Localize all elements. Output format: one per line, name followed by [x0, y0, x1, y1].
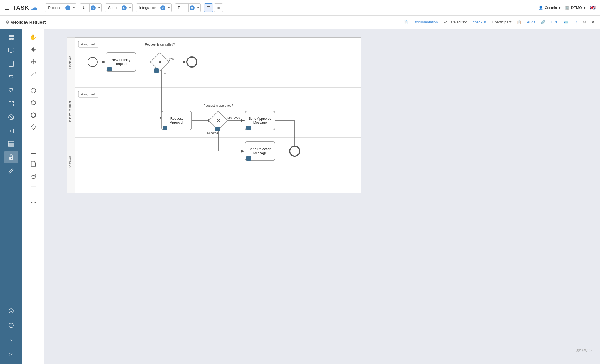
demo-icon: 🏢	[565, 6, 569, 10]
demo-dropdown-arrow[interactable]: ▾	[584, 6, 586, 10]
participants-count: 1 participant	[492, 20, 512, 24]
expand-btn[interactable]	[4, 98, 18, 110]
undo-btn[interactable]	[4, 71, 18, 83]
rejected-label: rejected	[207, 131, 218, 134]
demo-info[interactable]: 🏢 DEMO ▾	[565, 6, 586, 10]
connect-tool[interactable]	[27, 69, 39, 79]
intermediate-event-tool[interactable]	[27, 98, 39, 108]
download-btn[interactable]	[4, 305, 18, 317]
svg-point-41	[31, 113, 36, 118]
user-dropdown-arrow[interactable]: ▾	[559, 6, 561, 10]
user-name: Cosmin	[545, 6, 557, 10]
task-tool[interactable]	[27, 134, 39, 144]
document-btn[interactable]	[4, 58, 18, 70]
start-event[interactable]	[88, 57, 98, 67]
role-pill[interactable]: Role 0 ▾	[175, 3, 201, 12]
flag-icon[interactable]: 🇬🇧	[590, 5, 596, 10]
task-icon-badge[interactable]: ⋮	[107, 67, 112, 71]
subheader: ⚙ #Holiday Request 📄 Documentation You a…	[0, 16, 600, 29]
request-approval-task[interactable]: Request Approval ⋮	[161, 111, 192, 130]
data-store-tool[interactable]	[27, 171, 39, 181]
subheader-title-group: ⚙ #Holiday Request	[6, 20, 46, 25]
svg-marker-42	[31, 125, 36, 130]
script-dropdown-arrow[interactable]: ▾	[128, 4, 132, 12]
annotation-tool[interactable]	[27, 196, 39, 206]
end-event-cancelled[interactable]	[186, 56, 197, 68]
processes-btn[interactable]	[4, 31, 18, 43]
cancel-btn[interactable]	[4, 111, 18, 123]
role-dropdown-arrow[interactable]: ▾	[196, 4, 200, 12]
send-approved-message-task[interactable]: Send Approved Message ⋮	[245, 111, 275, 130]
group-tool[interactable]	[27, 183, 39, 193]
crosshair-tool[interactable]	[27, 44, 39, 54]
user-info[interactable]: 👤 Cosmin ▾	[539, 6, 561, 10]
integration-pill[interactable]: Integration 0 ▾	[136, 3, 171, 12]
list-view-btn[interactable]: ☰	[204, 3, 213, 12]
end-event-final[interactable]	[289, 146, 300, 157]
integration-label: Integration	[136, 4, 159, 12]
tools-btn[interactable]: ✂	[4, 348, 18, 361]
request-approval-badge[interactable]: ⋮	[163, 126, 167, 130]
info-btn[interactable]	[4, 320, 18, 332]
subheader-actions: 📄 Documentation You are editing check in…	[403, 20, 594, 24]
svg-rect-59	[78, 91, 99, 97]
svg-point-46	[31, 174, 36, 176]
arrow-right-btn[interactable]: ›	[4, 334, 18, 346]
user-icon: 👤	[539, 6, 543, 10]
end-event-tool[interactable]	[27, 110, 39, 120]
svg-line-12	[10, 116, 13, 119]
svg-rect-1	[11, 35, 14, 37]
svg-rect-5	[10, 52, 12, 53]
app-logo: TASK ☁	[13, 4, 37, 11]
svg-rect-48	[31, 186, 36, 187]
audit-link[interactable]: Audit	[527, 20, 535, 24]
hamburger-icon[interactable]: ☰	[4, 4, 9, 11]
ui-label: UI	[80, 4, 90, 12]
main-layout: › ✂ ✋	[0, 29, 600, 364]
documentation-link[interactable]: Documentation	[413, 20, 438, 24]
data-object-tool[interactable]	[27, 159, 39, 169]
checkin-link[interactable]: check in	[473, 20, 486, 24]
send-rejection-badge[interactable]: ⋮	[246, 156, 251, 161]
send-rejection-message-task[interactable]: Send Rejection Message ⋮	[245, 141, 275, 161]
monitor-btn[interactable]	[4, 44, 18, 57]
logo-icon: ☁	[31, 4, 37, 11]
email-icon[interactable]: ✉	[583, 20, 586, 24]
canvas-area[interactable]: Employee Holiday Request Approver Assign…	[44, 29, 600, 364]
close-btn[interactable]: ✕	[591, 20, 594, 24]
url-link[interactable]: URL	[551, 20, 558, 24]
approved-gateway-badge[interactable]: ⋮	[215, 127, 220, 131]
grid-view-btn[interactable]: ⊞	[214, 3, 223, 12]
settings-icon[interactable]: ⚙	[6, 20, 9, 25]
subprocess-tool[interactable]	[27, 147, 39, 157]
script-pill[interactable]: Script 0 ▾	[105, 3, 133, 12]
svg-rect-0	[9, 35, 11, 37]
gateway-tool[interactable]	[27, 122, 39, 132]
integration-dropdown-arrow[interactable]: ▾	[167, 4, 171, 12]
yes-label: yes	[169, 57, 174, 61]
svg-point-39	[31, 101, 36, 105]
redo-btn[interactable]	[4, 84, 18, 97]
ui-pill[interactable]: UI 0 ▾	[80, 3, 102, 12]
process-pill[interactable]: Process 1 ▾	[45, 3, 76, 12]
edit-btn[interactable]	[4, 164, 18, 177]
cancelled-gateway-label: Request is cancelled?	[145, 43, 175, 46]
svg-point-31	[11, 324, 11, 325]
lock-btn[interactable]	[4, 151, 18, 163]
bpmn-diagram[interactable]: Employee Holiday Request Approver Assign…	[67, 37, 361, 193]
move-tool[interactable]	[27, 57, 39, 67]
navbar-right: 👤 Cosmin ▾ 🏢 DEMO ▾ 🇬🇧	[539, 5, 596, 10]
process-dropdown-arrow[interactable]: ▾	[71, 4, 76, 12]
send-approved-badge[interactable]: ⋮	[246, 126, 251, 130]
hand-tool[interactable]: ✋	[27, 32, 39, 42]
cancelled-gateway-badge[interactable]: ⋮	[154, 68, 159, 73]
start-event-tool[interactable]	[27, 86, 39, 96]
svg-text:Holiday Request: Holiday Request	[68, 101, 71, 124]
id-link[interactable]: ID	[574, 20, 577, 24]
ui-dropdown-arrow[interactable]: ▾	[97, 4, 101, 12]
trash-btn[interactable]	[4, 124, 18, 137]
request-cancelled-gateway[interactable]: ✕	[150, 52, 170, 72]
new-holiday-request-task[interactable]: New Holiday Request ⋮	[106, 52, 136, 72]
script-badge: 0	[122, 5, 127, 10]
stack-btn[interactable]	[4, 138, 18, 150]
